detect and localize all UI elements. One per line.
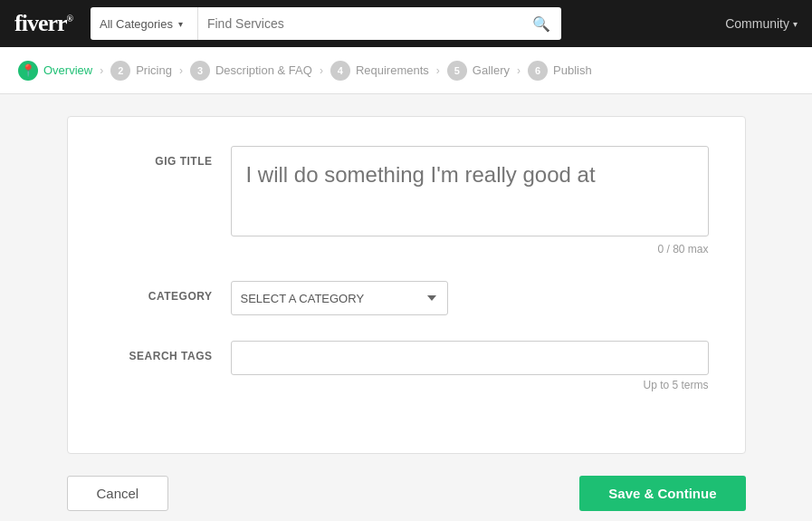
category-label: CATEGORY — [104, 281, 231, 303]
search-input[interactable] — [198, 7, 521, 40]
chevron-down-icon: ▾ — [178, 19, 183, 29]
gig-title-input[interactable] — [231, 146, 709, 236]
step-3-circle: 3 — [190, 61, 210, 81]
breadcrumb-step-4[interactable]: 4 Requirements — [330, 61, 429, 81]
gig-title-label: GIG TITLE — [104, 146, 231, 168]
main-content: GIG TITLE 0 / 80 max CATEGORY SELECT A C… — [0, 94, 812, 521]
step-2-circle: 2 — [110, 61, 130, 81]
breadcrumb-sep-1: › — [100, 64, 103, 77]
category-wrap: SELECT A CATEGORY Graphics & Design Digi… — [231, 281, 709, 315]
search-bar: All Categories ▾ 🔍 — [91, 7, 561, 40]
breadcrumb-step-3[interactable]: 3 Description & FAQ — [190, 61, 312, 81]
gig-title-row: GIG TITLE 0 / 80 max — [104, 146, 709, 256]
cancel-button[interactable]: Cancel — [67, 476, 169, 511]
community-nav-item[interactable]: Community ▾ — [725, 16, 798, 31]
header-nav: Community ▾ — [725, 16, 798, 31]
step-5-circle: 5 — [447, 61, 467, 81]
char-count: 0 / 80 max — [231, 243, 709, 256]
step-6-label: Publish — [553, 63, 592, 77]
breadcrumb-sep-3: › — [320, 64, 323, 77]
search-tags-wrap: Up to 5 terms — [231, 341, 709, 391]
search-tags-row: SEARCH TAGS Up to 5 terms — [104, 341, 709, 391]
breadcrumb: 📍 Overview › 2 Pricing › 3 Description &… — [0, 47, 812, 94]
tags-hint: Up to 5 terms — [231, 379, 709, 391]
search-input-wrap: 🔍 — [198, 7, 561, 40]
breadcrumb-step-6[interactable]: 6 Publish — [528, 61, 592, 81]
breadcrumb-step-2[interactable]: 2 Pricing — [110, 61, 172, 81]
step-4-label: Requirements — [356, 63, 429, 77]
breadcrumb-step-5[interactable]: 5 Gallery — [447, 61, 510, 81]
search-button[interactable]: 🔍 — [521, 15, 561, 33]
step-2-label: Pricing — [136, 63, 172, 77]
breadcrumb-sep-5: › — [517, 64, 521, 77]
category-select[interactable]: SELECT A CATEGORY Graphics & Design Digi… — [231, 281, 448, 315]
form-card: GIG TITLE 0 / 80 max CATEGORY SELECT A C… — [67, 116, 746, 454]
step-6-circle: 6 — [528, 61, 548, 81]
save-continue-button[interactable]: Save & Continue — [579, 476, 745, 511]
footer-buttons: Cancel Save & Continue — [67, 476, 746, 511]
step-1-label: Overview — [43, 63, 92, 77]
gig-title-wrap: 0 / 80 max — [231, 146, 709, 256]
chevron-down-icon: ▾ — [793, 19, 798, 29]
header: fiverr® All Categories ▾ 🔍 Community ▾ — [0, 0, 812, 47]
logo: fiverr® — [14, 10, 72, 37]
category-row: CATEGORY SELECT A CATEGORY Graphics & De… — [104, 281, 709, 315]
step-1-icon: 📍 — [18, 61, 38, 81]
step-3-label: Description & FAQ — [215, 63, 312, 77]
step-5-label: Gallery — [473, 63, 510, 77]
community-label: Community — [725, 16, 789, 31]
search-tags-label: SEARCH TAGS — [104, 341, 231, 362]
category-dropdown[interactable]: All Categories ▾ — [91, 7, 198, 40]
breadcrumb-sep-4: › — [436, 64, 440, 77]
search-tags-input[interactable] — [231, 341, 709, 375]
breadcrumb-step-1[interactable]: 📍 Overview — [18, 61, 92, 81]
breadcrumb-sep-2: › — [179, 64, 183, 77]
step-4-circle: 4 — [330, 61, 350, 81]
category-dropdown-label: All Categories — [100, 17, 173, 31]
